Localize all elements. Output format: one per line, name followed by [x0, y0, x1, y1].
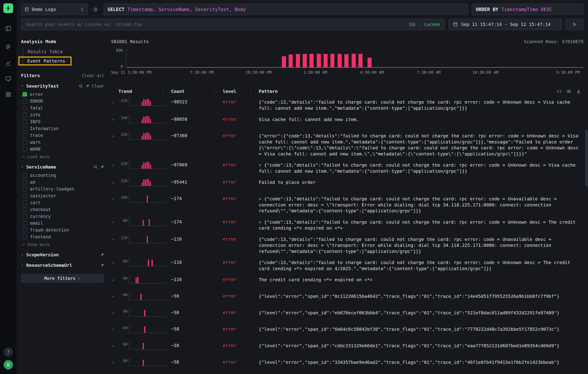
- pattern-row[interactable]: ›22K~97069error×{"code":13,"details":"fa…: [111, 159, 583, 177]
- histogram-bar[interactable]: [289, 54, 293, 68]
- gear-icon[interactable]: [92, 4, 100, 15]
- pattern-text[interactable]: {"level":"error","span_id":"0c11220615ba…: [259, 293, 583, 299]
- app-logo-bolt-icon[interactable]: [3, 3, 13, 13]
- expand-row-icon[interactable]: ›: [111, 342, 118, 350]
- pattern-text[interactable]: The credit card (ending <*> expired on <…: [259, 276, 583, 283]
- pattern-text[interactable]: {"error":{"code":13,"details":"failed to…: [259, 132, 583, 157]
- pattern-row[interactable]: ›60~58error{"level":"error","span_id":"b…: [111, 373, 583, 374]
- pattern-text[interactable]: {"level":"error","span_id":"cddc331329e6…: [259, 342, 583, 349]
- column-menu-icon[interactable]: ⋮: [212, 89, 223, 94]
- pattern-row[interactable]: ›24K~98058errorVisa cache full: cannot a…: [111, 113, 583, 130]
- chart-icon[interactable]: [3, 57, 14, 69]
- pattern-text[interactable]: ×{"code":13,"details":"failed to charge …: [259, 218, 583, 231]
- column-header-pattern[interactable]: Pattern: [259, 89, 583, 94]
- pattern-row[interactable]: ›120~116error{"code":13,"details":"faile…: [111, 233, 583, 257]
- checkbox[interactable]: [22, 120, 27, 124]
- results-histogram[interactable]: 80K 0: [111, 48, 583, 67]
- checkbox[interactable]: [22, 228, 27, 232]
- exclude-icon[interactable]: ×: [259, 196, 262, 202]
- histogram-bar[interactable]: [282, 56, 286, 68]
- filter-option-accounting[interactable]: accounting: [21, 172, 104, 179]
- expand-row-icon[interactable]: ›: [111, 236, 118, 243]
- pin-icon[interactable]: [85, 84, 90, 88]
- pin-icon[interactable]: [100, 165, 104, 169]
- pattern-row[interactable]: ›22K~95441errorFailed to place order: [111, 177, 583, 193]
- filter-group-header[interactable]: ›ScopeVersion: [21, 252, 104, 257]
- histogram-bar[interactable]: [368, 58, 372, 68]
- expand-row-icon[interactable]: ›: [111, 218, 118, 226]
- date-range-picker[interactable]: Sep 11 15:47:14 - Sep 12 15:47:14: [448, 19, 562, 30]
- pattern-row[interactable]: ›60~58error{"level":"error","span_id":"0…: [111, 290, 583, 307]
- expand-row-icon[interactable]: ›: [111, 195, 118, 203]
- filter-group-header[interactable]: ›ResourceSchemaUrl: [21, 263, 104, 268]
- apps-grid-icon[interactable]: [3, 89, 14, 100]
- clear-all-filters[interactable]: Clear all: [82, 73, 104, 78]
- pin-icon[interactable]: [100, 263, 104, 267]
- checkbox[interactable]: [22, 234, 27, 239]
- list-icon[interactable]: [566, 89, 571, 94]
- user-avatar[interactable]: U: [4, 360, 13, 369]
- logs-icon[interactable]: [3, 42, 14, 53]
- checkbox[interactable]: [22, 200, 27, 205]
- panels-icon[interactable]: [3, 23, 14, 34]
- histogram-bar[interactable]: [296, 54, 300, 67]
- lucene-mode-toggle[interactable]: Lucene: [424, 22, 440, 27]
- filter-option-frontend[interactable]: frontend: [21, 233, 104, 240]
- filter-option-currency[interactable]: currency: [21, 213, 104, 220]
- histogram-bar[interactable]: [317, 54, 321, 68]
- column-header-trend[interactable]: Trend⋮: [118, 89, 171, 94]
- pattern-text[interactable]: {"code":13,"details":"failed to charge c…: [259, 99, 583, 111]
- pattern-row[interactable]: ›60~116errorThe credit card (ending <*> …: [111, 274, 583, 291]
- histogram-bar[interactable]: [303, 54, 307, 68]
- checkbox[interactable]: [22, 187, 27, 191]
- expand-row-icon[interactable]: ›: [111, 309, 118, 316]
- pattern-text[interactable]: {"level":"error","span_id":"eb870ecef063…: [259, 309, 583, 316]
- expand-row-icon[interactable]: ›: [111, 162, 118, 169]
- checkbox[interactable]: [22, 133, 27, 138]
- pattern-row[interactable]: ›22K~97360error{"error":{"code":13,"deta…: [111, 130, 583, 159]
- checkbox[interactable]: [22, 147, 27, 151]
- pattern-text[interactable]: ×{"code":13,"details":"failed to charge …: [259, 195, 583, 214]
- filter-option-fraud-detection[interactable]: fraud-detection: [21, 227, 104, 233]
- pattern-text[interactable]: {"level":"error","span_id":"6b64c6c58842…: [259, 326, 583, 332]
- expand-row-icon[interactable]: ›: [111, 99, 118, 106]
- column-header-count[interactable]: Count⋮: [171, 89, 223, 94]
- filter-show-more[interactable]: ›Show more: [21, 242, 104, 247]
- filter-option-artillery-loadgen[interactable]: artillery-loadgen: [21, 186, 104, 192]
- clear-filter[interactable]: Clear: [92, 84, 104, 89]
- pattern-text[interactable]: ×{"code":13,"details":"failed to charge …: [259, 162, 583, 174]
- histogram-bar[interactable]: [330, 54, 335, 68]
- histogram-bar[interactable]: [337, 54, 342, 67]
- expand-row-icon[interactable]: ›: [111, 359, 118, 366]
- filter-option-email[interactable]: email: [21, 220, 104, 227]
- filter-option-checkout[interactable]: checkout: [21, 206, 104, 213]
- pattern-row[interactable]: ›60~58error{"level":"error","span_id":"e…: [111, 307, 583, 323]
- expand-row-icon[interactable]: ›: [111, 116, 118, 123]
- run-query-button[interactable]: [566, 19, 584, 30]
- pattern-text[interactable]: Visa cache full: cannot add new item.: [259, 116, 583, 122]
- column-menu-icon[interactable]: ⋮: [160, 89, 171, 94]
- exclude-icon[interactable]: ×: [259, 162, 262, 168]
- scrollbar-thumb[interactable]: [585, 130, 588, 186]
- pattern-row[interactable]: ›60~174error×{"code":13,"details":"faile…: [111, 216, 583, 233]
- search-icon[interactable]: [79, 84, 83, 88]
- pin-icon[interactable]: [100, 253, 104, 257]
- expand-row-icon[interactable]: ›: [111, 259, 118, 266]
- checkbox[interactable]: [22, 180, 27, 184]
- histogram-bar[interactable]: [352, 54, 356, 68]
- pattern-row[interactable]: ›180~174error×{"code":13,"details":"fail…: [111, 193, 583, 216]
- order-by-editor[interactable]: ORDER BY TimestampTime DESC: [472, 4, 583, 15]
- expand-row-icon[interactable]: ›: [111, 132, 118, 140]
- checkbox[interactable]: [22, 140, 27, 145]
- checkbox[interactable]: [22, 173, 27, 178]
- column-header-level[interactable]: level⋮: [223, 89, 259, 94]
- checkbox[interactable]: [22, 92, 27, 97]
- expand-row-icon[interactable]: ›: [111, 326, 118, 333]
- scrollbar[interactable]: [585, 123, 588, 374]
- column-menu-icon[interactable]: ⋮: [248, 89, 259, 94]
- search-icon[interactable]: [93, 165, 98, 169]
- histogram-plot[interactable]: [126, 50, 580, 68]
- pattern-row[interactable]: ›60~116error{"code":13,"details":"failed…: [111, 257, 583, 274]
- help-button[interactable]: ?: [4, 347, 13, 357]
- checkbox[interactable]: [22, 112, 27, 117]
